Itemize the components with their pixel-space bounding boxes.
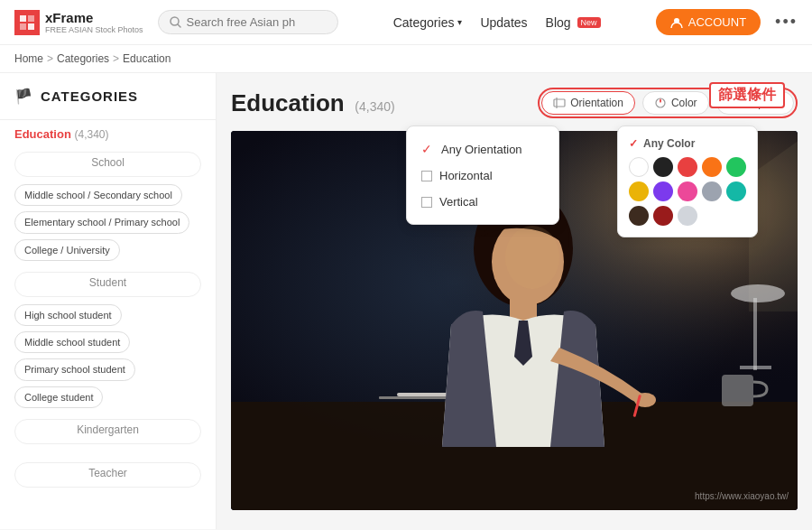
header: xFrame FREE ASIAN Stock Photos Categorie… (0, 0, 812, 45)
orientation-label: Orientation (570, 97, 623, 109)
chip-college[interactable]: College / University (14, 239, 120, 261)
search-input[interactable] (187, 15, 313, 29)
svg-point-25 (731, 284, 785, 302)
swatch-white[interactable] (629, 157, 649, 177)
logo-text: xFrame FREE ASIAN Stock Photos (45, 10, 143, 34)
color-label: Color (671, 97, 697, 109)
page-count: (4,340) (355, 99, 394, 114)
orientation-horizontal-label: Horizontal (439, 169, 493, 182)
account-icon (670, 16, 683, 29)
sidebar-title: 🏴 CATEGORIES (0, 88, 216, 116)
sidebar-section-student[interactable]: Student (14, 272, 201, 297)
more-button[interactable]: ••• (775, 13, 798, 32)
nav-updates[interactable]: Updates (480, 15, 527, 30)
logo[interactable]: xFrame FREE ASIAN Stock Photos (14, 10, 143, 35)
svg-rect-1 (28, 15, 34, 22)
page-title-area: Education (4,340) (231, 89, 395, 117)
filter-color[interactable]: Color (642, 91, 709, 115)
swatch-pink[interactable] (678, 181, 697, 201)
active-category-count: (4,340) (74, 128, 108, 141)
svg-rect-7 (554, 99, 565, 107)
page-title: Education (231, 89, 345, 116)
nav-blog[interactable]: Blog New (546, 15, 601, 30)
logo-icon (14, 10, 40, 35)
color-dropdown: ✓ Any Color (617, 126, 758, 237)
swatch-black[interactable] (653, 157, 673, 177)
student-chips: High school student Middle school studen… (0, 304, 216, 415)
check-icon-any-orientation: ✓ (421, 142, 434, 156)
logo-name: xFrame (45, 10, 143, 25)
orientation-dropdown: ✓ Any Orientation Horizontal Vertical (406, 126, 559, 225)
logo-tagline: FREE ASIAN Stock Photos (45, 25, 143, 34)
chip-primary-school-student[interactable]: Primary school student (14, 358, 135, 380)
sidebar-section-teacher[interactable]: Teacher (14, 462, 201, 488)
active-category-link[interactable]: Education (14, 127, 71, 141)
sidebar-section-kindergarten[interactable]: Kindergarten (14, 419, 201, 444)
check-icon-any-color: ✓ (629, 137, 638, 150)
any-color-label[interactable]: ✓ Any Color (629, 137, 746, 150)
swatch-orange[interactable] (702, 157, 722, 177)
sidebar-active-category: Education (4,340) (0, 124, 216, 148)
svg-rect-26 (753, 298, 757, 370)
account-label: ACCOUNT (688, 15, 746, 29)
swatch-light-gray[interactable] (678, 206, 697, 226)
swatch-teal[interactable] (726, 181, 746, 201)
sidebar-title-text: CATEGORIES (41, 88, 138, 104)
orientation-vertical[interactable]: Vertical (407, 189, 558, 215)
swatch-gray[interactable] (702, 181, 722, 201)
svg-rect-18 (722, 375, 753, 406)
filter-orientation[interactable]: Orientation (541, 91, 635, 115)
checkbox-vertical (421, 197, 432, 208)
breadcrumb-sep-2: > (113, 52, 119, 65)
content-area: 篩選條件 Education (4,340) Orientation (217, 73, 812, 529)
breadcrumb-current: Education (123, 52, 171, 65)
chip-middle-school[interactable]: Middle school / Secondary school (14, 184, 182, 206)
search-bar[interactable] (158, 10, 338, 34)
main-container: 🏴 CATEGORIES Education (4,340) School Mi… (0, 73, 812, 529)
account-button[interactable]: ACCOUNT (656, 9, 761, 35)
nav-links: Categories Updates Blog New (353, 15, 641, 30)
svg-rect-2 (20, 23, 26, 30)
orientation-icon (553, 97, 566, 109)
sidebar: 🏴 CATEGORIES Education (4,340) School Mi… (0, 73, 217, 529)
swatch-dark-brown[interactable] (629, 206, 649, 226)
filter-annotation: 篩選條件 (709, 82, 785, 108)
search-icon (170, 16, 181, 28)
svg-rect-27 (740, 366, 771, 369)
swatch-green[interactable] (726, 157, 746, 177)
swatch-yellow[interactable] (629, 181, 649, 201)
orientation-vertical-label: Vertical (439, 195, 478, 209)
swatch-red[interactable] (678, 157, 697, 177)
color-icon (654, 97, 667, 109)
swatch-purple[interactable] (653, 181, 673, 201)
flag-icon: 🏴 (14, 88, 33, 105)
chip-high-school-student[interactable]: High school student (14, 304, 122, 326)
chip-middle-school-student[interactable]: Middle school student (14, 331, 130, 353)
sidebar-divider (0, 119, 216, 120)
orientation-any-label: Any Orientation (441, 143, 522, 156)
svg-rect-0 (20, 15, 26, 22)
svg-rect-3 (28, 23, 34, 30)
watermark: https://www.xiaoyao.tw/ (695, 491, 789, 501)
chip-elementary-school[interactable]: Elementary school / Primary school (14, 211, 189, 233)
checkbox-horizontal (421, 171, 432, 181)
breadcrumb-categories[interactable]: Categories (57, 52, 109, 65)
nav-categories[interactable]: Categories (393, 15, 463, 30)
breadcrumb-sep-1: > (47, 52, 53, 65)
blog-badge: New (577, 17, 601, 28)
sidebar-section-school[interactable]: School (14, 152, 201, 177)
school-chips: Middle school / Secondary school Element… (0, 184, 216, 268)
breadcrumb-home[interactable]: Home (14, 52, 43, 65)
svg-line-5 (178, 24, 180, 27)
orientation-horizontal[interactable]: Horizontal (407, 163, 558, 189)
orientation-any[interactable]: ✓ Any Orientation (407, 135, 558, 163)
breadcrumb: Home > Categories > Education (0, 45, 812, 73)
svg-point-24 (505, 226, 559, 289)
chip-college-student[interactable]: College student (14, 386, 103, 408)
any-color-text: Any Color (643, 137, 695, 150)
color-grid (629, 157, 746, 226)
swatch-dark-red[interactable] (653, 206, 673, 226)
